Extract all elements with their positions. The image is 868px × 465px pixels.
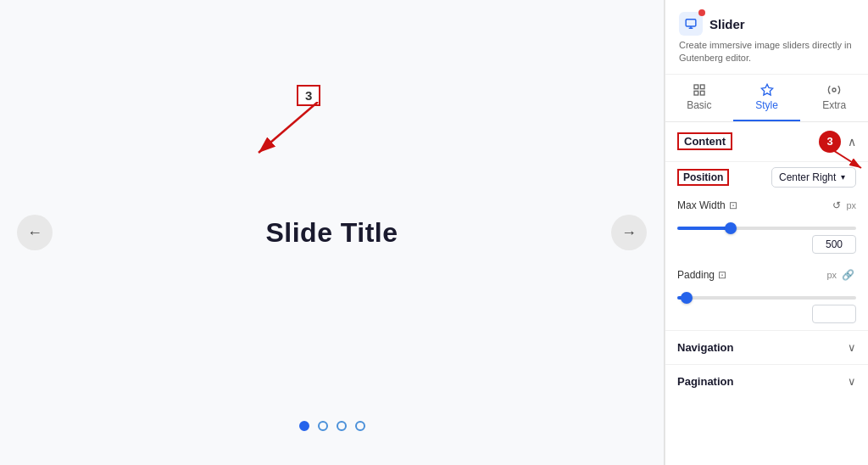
annotation-number-slide: 3 (297, 85, 320, 106)
tab-basic[interactable]: Basic (665, 75, 733, 121)
slide-title: Slide Title (265, 217, 398, 249)
position-label: Position (677, 169, 729, 186)
max-width-slider-area (665, 218, 868, 261)
next-arrow-icon: → (621, 224, 637, 242)
max-width-unit: px (846, 200, 856, 210)
padding-link-icon[interactable]: 🔗 (840, 267, 856, 283)
max-width-label: Max Width (677, 199, 726, 211)
padding-responsive-icon: ⊡ (718, 269, 726, 281)
red-dot-icon (698, 9, 705, 16)
dot-4[interactable] (355, 421, 365, 431)
right-panel: Slider Create immersive image sliders di… (665, 0, 868, 465)
max-width-fill (677, 227, 731, 230)
slide-content: Slide Title (0, 217, 664, 249)
max-width-thumb[interactable] (725, 222, 737, 234)
slide-dots (299, 421, 365, 431)
padding-label: Padding (677, 269, 715, 281)
navigation-chevron-icon: ∨ (848, 341, 856, 354)
padding-label-row: Padding ⊡ px 🔗 (665, 261, 868, 288)
pagination-section[interactable]: Pagination ∨ (665, 364, 868, 398)
padding-thumb[interactable] (681, 292, 693, 304)
panel-body: Content 3 ∧ (665, 122, 868, 465)
padding-unit: px (826, 270, 837, 280)
padding-slider-area (665, 288, 868, 330)
content-section-title: Content (677, 132, 732, 150)
panel-header: Slider Create immersive image sliders di… (665, 0, 868, 75)
svg-line-1 (259, 102, 318, 153)
svg-line-11 (832, 149, 861, 168)
svg-rect-2 (686, 20, 696, 26)
navigation-title: Navigation (677, 341, 733, 354)
dot-1[interactable] (299, 421, 309, 431)
svg-point-9 (832, 88, 836, 92)
max-width-track[interactable] (677, 227, 856, 230)
padding-input[interactable] (812, 305, 856, 323)
max-width-label-row: Max Width ⊡ ↺ px (665, 193, 868, 218)
panel-title: Slider (709, 17, 745, 31)
panel-tabs: Basic Style Extra (665, 75, 868, 122)
navigation-section[interactable]: Navigation ∨ (665, 330, 868, 364)
max-width-responsive-icon: ⊡ (729, 199, 737, 211)
padding-track[interactable] (677, 296, 856, 300)
next-arrow-button[interactable]: → (611, 215, 647, 250)
svg-rect-6 (700, 85, 704, 89)
max-width-input[interactable] (812, 235, 856, 254)
panel-description: Create immersive image sliders directly … (679, 39, 854, 65)
dot-2[interactable] (318, 421, 328, 431)
max-width-reset-icon[interactable]: ↺ (831, 198, 843, 213)
pagination-title: Pagination (677, 375, 733, 388)
svg-rect-5 (694, 85, 698, 89)
tab-style-label: Style (755, 99, 778, 111)
dot-3[interactable] (337, 421, 347, 431)
content-section-chevron: ∧ (848, 135, 856, 148)
slide-annotation: 3 (297, 85, 320, 106)
panel-icon (679, 12, 703, 36)
pagination-chevron-icon: ∨ (848, 375, 856, 388)
svg-rect-7 (694, 91, 698, 95)
tab-extra[interactable]: Extra (800, 75, 868, 121)
tab-style[interactable]: Style (733, 75, 801, 121)
svg-rect-8 (700, 91, 704, 95)
annotation-arrow-panel (827, 149, 868, 175)
tab-basic-label: Basic (687, 99, 711, 111)
annotation-arrow-slide (250, 102, 326, 170)
tab-extra-label: Extra (822, 99, 846, 111)
content-section-header[interactable]: Content 3 ∧ (665, 122, 868, 162)
slider-preview: ← Slide Title 3 → (0, 0, 665, 465)
